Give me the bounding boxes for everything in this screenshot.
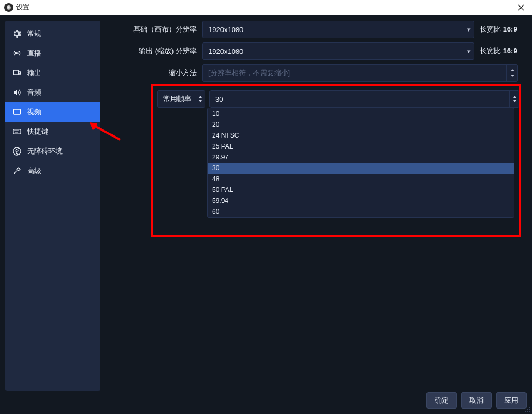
fps-option[interactable]: 48 <box>208 174 514 184</box>
tools-icon <box>12 166 22 176</box>
svg-rect-2 <box>14 109 21 114</box>
downscale-filter-combo[interactable]: [分辨率相符，不需要缩小] <box>202 64 518 82</box>
broadcast-icon <box>12 48 22 58</box>
resize-grip-icon[interactable] <box>524 406 531 413</box>
apply-button[interactable]: 应用 <box>496 392 527 409</box>
base-resolution-value: 1920x1080 <box>208 26 243 34</box>
sidebar-item-label: 直播 <box>27 48 41 58</box>
sidebar-item-accessibility[interactable]: 无障碍环境 <box>5 141 100 161</box>
downscale-filter-row: 缩小方法 [分辨率相符，不需要缩小] <box>106 64 527 82</box>
svg-point-6 <box>529 407 530 408</box>
svg-point-5 <box>16 149 18 150</box>
sidebar: 常规 直播 输出 音频 视频 <box>5 21 100 391</box>
fps-option[interactable]: 24 NTSC <box>208 130 514 141</box>
fps-option[interactable]: 50 PAL <box>208 184 514 195</box>
downscale-filter-value: [分辨率相符，不需要缩小] <box>208 68 290 78</box>
sidebar-item-label: 无障碍环境 <box>27 146 63 156</box>
base-resolution-row: 基础（画布）分辨率 1920x1080 ▾ 长宽比 16:9 <box>106 21 527 38</box>
sidebar-item-hotkeys[interactable]: 快捷键 <box>5 122 100 141</box>
svg-rect-1 <box>14 70 19 75</box>
base-aspect-ratio: 长宽比 16:9 <box>480 24 517 34</box>
spin-icon <box>506 65 517 81</box>
fps-highlight-box: 常用帧率 30 102024 NTSC25 PAL29.97304850 PAL… <box>151 84 521 237</box>
dialog-footer: 确定 取消 应用 <box>426 392 527 409</box>
keyboard-icon <box>12 127 22 137</box>
output-icon <box>12 68 22 78</box>
sidebar-item-label: 快捷键 <box>27 127 48 137</box>
sidebar-item-stream[interactable]: 直播 <box>5 44 100 63</box>
svg-point-9 <box>529 411 530 412</box>
svg-point-0 <box>16 53 17 54</box>
fps-option[interactable]: 29.97 <box>208 152 514 163</box>
spin-icon <box>195 91 205 107</box>
output-resolution-value: 1920x1080 <box>208 47 243 55</box>
fps-dropdown[interactable]: 102024 NTSC25 PAL29.97304850 PAL59.9460 <box>207 108 514 218</box>
fps-option[interactable]: 59.94 <box>208 195 514 206</box>
fps-option[interactable]: 60 <box>208 206 514 217</box>
base-resolution-label: 基础（画布）分辨率 <box>106 24 202 34</box>
fps-option[interactable]: 20 <box>208 119 514 130</box>
fps-option[interactable]: 30 <box>208 163 514 174</box>
window-title: 设置 <box>16 3 29 12</box>
fps-type-combo[interactable]: 常用帧率 <box>157 90 205 108</box>
video-settings-panel: 基础（画布）分辨率 1920x1080 ▾ 长宽比 16:9 输出 (缩放) 分… <box>106 21 527 386</box>
fps-type-value: 常用帧率 <box>163 94 191 104</box>
app-icon <box>4 3 13 12</box>
fps-value-text: 30 <box>215 95 223 103</box>
svg-point-8 <box>527 409 528 410</box>
output-resolution-combo[interactable]: 1920x1080 ▾ <box>202 42 474 60</box>
sidebar-item-output[interactable]: 输出 <box>5 63 100 83</box>
output-resolution-row: 输出 (缩放) 分辨率 1920x1080 ▾ 长宽比 16:9 <box>106 42 527 60</box>
speaker-icon <box>12 88 22 97</box>
sidebar-item-label: 输出 <box>27 68 41 78</box>
monitor-icon <box>12 107 22 117</box>
base-resolution-combo[interactable]: 1920x1080 ▾ <box>202 21 474 38</box>
svg-point-11 <box>525 411 526 412</box>
titlebar: 设置 <box>0 0 532 15</box>
sidebar-item-video[interactable]: 视频 <box>5 102 100 122</box>
sidebar-item-label: 音频 <box>27 88 41 97</box>
sidebar-item-advanced[interactable]: 高级 <box>5 161 100 181</box>
svg-point-7 <box>529 409 530 410</box>
downscale-filter-label: 缩小方法 <box>106 68 202 78</box>
chevron-down-icon: ▾ <box>463 21 474 38</box>
fps-value-combo[interactable]: 30 <box>209 90 519 108</box>
spin-icon <box>509 91 519 107</box>
chevron-down-icon: ▾ <box>463 43 474 59</box>
fps-option[interactable]: 25 PAL <box>208 141 514 152</box>
output-aspect-ratio: 长宽比 16:9 <box>480 46 517 56</box>
close-button[interactable] <box>515 1 528 14</box>
cancel-button[interactable]: 取消 <box>461 392 492 409</box>
sidebar-item-label: 高级 <box>27 166 41 176</box>
fps-option[interactable]: 10 <box>208 108 514 119</box>
sidebar-item-label: 视频 <box>27 107 41 117</box>
sidebar-item-audio[interactable]: 音频 <box>5 83 100 102</box>
svg-point-10 <box>527 411 528 412</box>
gear-icon <box>12 29 22 39</box>
ok-button[interactable]: 确定 <box>426 392 457 409</box>
output-resolution-label: 输出 (缩放) 分辨率 <box>106 46 202 56</box>
sidebar-item-general[interactable]: 常规 <box>5 24 100 44</box>
sidebar-item-label: 常规 <box>27 29 41 39</box>
accessibility-icon <box>12 146 22 156</box>
